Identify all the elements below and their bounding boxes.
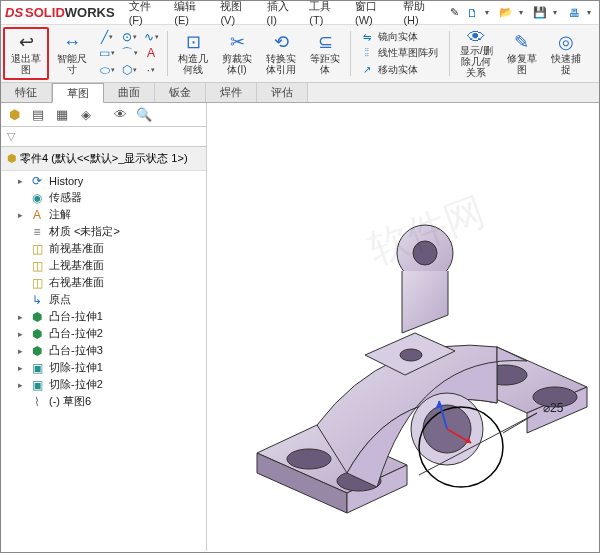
magnify-tab-icon[interactable]: 🔍 xyxy=(135,106,153,124)
text-tool-icon[interactable]: A xyxy=(143,46,159,60)
trim-icon: ✂ xyxy=(230,33,245,53)
move-button[interactable]: ↗移动实体 xyxy=(359,63,441,77)
quick-snap-button[interactable]: ◎ 快速捕 捉 xyxy=(545,27,587,80)
tree-item[interactable]: ▸▣切除-拉伸2 xyxy=(1,376,206,393)
dimension-label[interactable]: ⌀25 xyxy=(543,401,563,415)
offset-button[interactable]: ⊆ 等距实 体 xyxy=(304,27,346,80)
offset-icon: ⊆ xyxy=(318,33,333,53)
linear-pattern-button[interactable]: ⦙⦙线性草图阵列 xyxy=(359,46,441,60)
feature-manager-panel: ⬢ ▤ ▦ ◈ 👁 🔍 ▽ ⬢ 零件4 (默认<<默认>_显示状态 1>) ▸⟳… xyxy=(1,103,207,551)
menu-window[interactable]: 窗口(W) xyxy=(351,0,389,28)
tree-node-icon: ▣ xyxy=(29,361,45,375)
tree-node-label: History xyxy=(49,175,83,187)
rectangle-tool-icon[interactable]: ▭ xyxy=(99,46,115,60)
convert-button[interactable]: ⟲ 转换实 体引用 xyxy=(260,27,302,80)
tree-node-label: 注解 xyxy=(49,207,71,222)
tree-twist-icon[interactable]: ▸ xyxy=(15,346,25,356)
filter-icon[interactable]: ▽ xyxy=(7,130,15,143)
tree-node-icon: ◉ xyxy=(29,191,45,205)
pattern-group: ⇋镜向实体 ⦙⦙线性草图阵列 ↗移动实体 xyxy=(355,27,445,80)
trim-button[interactable]: ✂ 剪裁实 体(I) xyxy=(216,27,258,80)
tree-node-label: 传感器 xyxy=(49,190,82,205)
tree-item[interactable]: ↳原点 xyxy=(1,291,206,308)
tree-node-label: 前视基准面 xyxy=(49,241,104,256)
mirror-button[interactable]: ⇋镜向实体 xyxy=(359,30,441,44)
show-relations-button[interactable]: 👁 显示/删 除几何 关系 xyxy=(454,27,499,80)
config-tab-icon[interactable]: ▦ xyxy=(53,106,71,124)
graphics-viewport[interactable]: 软件网 xyxy=(207,103,599,551)
menu-insert[interactable]: 插入(I) xyxy=(263,0,296,28)
tree-node-label: 凸台-拉伸3 xyxy=(49,343,103,358)
line-tool-icon[interactable]: ╱ xyxy=(99,30,115,44)
tree-twist-icon[interactable]: ▸ xyxy=(15,176,25,186)
part-title[interactable]: ⬢ 零件4 (默认<<默认>_显示状态 1>) xyxy=(1,147,206,171)
new-doc-icon[interactable]: 🗋 xyxy=(463,4,481,22)
save-icon[interactable]: 💾 xyxy=(531,4,549,22)
tab-evaluate[interactable]: 评估 xyxy=(257,83,308,102)
tree-item[interactable]: ▸⬢凸台-拉伸2 xyxy=(1,325,206,342)
tree-twist-icon[interactable]: ▸ xyxy=(15,363,25,373)
filter-row: ▽ xyxy=(1,127,206,147)
polygon-tool-icon[interactable]: ⬡ xyxy=(121,63,137,77)
menu-view[interactable]: 视图(V) xyxy=(216,0,252,28)
dimension-icon: ↔ xyxy=(63,33,81,53)
tree-item[interactable]: ◫右视基准面 xyxy=(1,274,206,291)
tree-item[interactable]: ◉传感器 xyxy=(1,189,206,206)
tab-sketch[interactable]: 草图 xyxy=(52,83,104,103)
tree-node-icon: ◫ xyxy=(29,259,45,273)
menu-file[interactable]: 文件(F) xyxy=(125,0,161,28)
tree-twist-icon[interactable]: ▸ xyxy=(15,380,25,390)
relations-icon: 👁 xyxy=(467,29,485,45)
menu-tools[interactable]: 工具(T) xyxy=(305,0,341,28)
tree-node-label: 凸台-拉伸2 xyxy=(49,326,103,341)
tab-features[interactable]: 特征 xyxy=(1,83,52,102)
eye-tab-icon[interactable]: 👁 xyxy=(111,106,129,124)
arc-tool-icon[interactable]: ⌒ xyxy=(121,46,137,60)
print-icon[interactable]: 🖶 xyxy=(565,4,583,22)
exit-sketch-button[interactable]: ↩ 退出草 图 xyxy=(3,27,49,80)
property-tab-icon[interactable]: ▤ xyxy=(29,106,47,124)
snap-icon: ◎ xyxy=(558,33,574,53)
smart-dim-button[interactable]: ↔ 智能尺 寸 xyxy=(51,27,93,80)
tree-node-icon: ◫ xyxy=(29,276,45,290)
tree-item[interactable]: ▸⬢凸台-拉伸3 xyxy=(1,342,206,359)
slot-tool-icon[interactable]: ⬭ xyxy=(99,63,115,77)
tree-item[interactable]: ◫前视基准面 xyxy=(1,240,206,257)
tree-item[interactable]: ▸⟳History xyxy=(1,173,206,189)
display-tab-icon[interactable]: ◈ xyxy=(77,106,95,124)
tree-node-label: 右视基准面 xyxy=(49,275,104,290)
tree-twist-icon[interactable]: ▸ xyxy=(15,329,25,339)
tree-item[interactable]: ◫上视基准面 xyxy=(1,257,206,274)
feature-tree-tab-icon[interactable]: ⬢ xyxy=(5,106,23,124)
ribbon-toolbar: ↩ 退出草 图 ↔ 智能尺 寸 ╱ ⊙ ∿ ▭ ⌒ A ⬭ ⬡ · ⊡ 构造几 … xyxy=(1,25,599,83)
menu-search[interactable]: ✎ xyxy=(446,4,463,21)
tree-node-icon: ↳ xyxy=(29,293,45,307)
tab-sheetmetal[interactable]: 钣金 xyxy=(155,83,206,102)
spline-tool-icon[interactable]: ∿ xyxy=(143,30,159,44)
tree-node-label: 材质 <未指定> xyxy=(49,224,120,239)
tree-node-icon: ⬢ xyxy=(29,327,45,341)
circle-tool-icon[interactable]: ⊙ xyxy=(121,30,137,44)
tree-twist-icon[interactable]: ▸ xyxy=(15,210,25,220)
construction-line-icon: ⊡ xyxy=(186,33,201,53)
tree-item[interactable]: ⌇(-) 草图6 xyxy=(1,393,206,410)
tree-node-label: 切除-拉伸1 xyxy=(49,360,103,375)
tree-item[interactable]: ▸A注解 xyxy=(1,206,206,223)
menu-edit[interactable]: 编辑(E) xyxy=(170,0,206,28)
tab-surfaces[interactable]: 曲面 xyxy=(104,83,155,102)
open-doc-icon[interactable]: 📂 xyxy=(497,4,515,22)
tab-weldments[interactable]: 焊件 xyxy=(206,83,257,102)
tree-node-label: 上视基准面 xyxy=(49,258,104,273)
construction-line-button[interactable]: ⊡ 构造几 何线 xyxy=(172,27,214,80)
tree-node-label: 凸台-拉伸1 xyxy=(49,309,103,324)
point-tool-icon[interactable]: · xyxy=(143,63,159,77)
tree-twist-icon[interactable]: ▸ xyxy=(15,312,25,322)
tree-item[interactable]: ▸▣切除-拉伸1 xyxy=(1,359,206,376)
tree-node-icon: ⬢ xyxy=(29,310,45,324)
tree-item[interactable]: ▸⬢凸台-拉伸1 xyxy=(1,308,206,325)
repair-sketch-button[interactable]: ✎ 修复草 图 xyxy=(501,27,543,80)
tree-node-label: (-) 草图6 xyxy=(49,394,91,409)
model-rendering xyxy=(207,103,599,551)
tree-item[interactable]: ≡材质 <未指定> xyxy=(1,223,206,240)
menu-help[interactable]: 帮助(H) xyxy=(399,0,436,28)
